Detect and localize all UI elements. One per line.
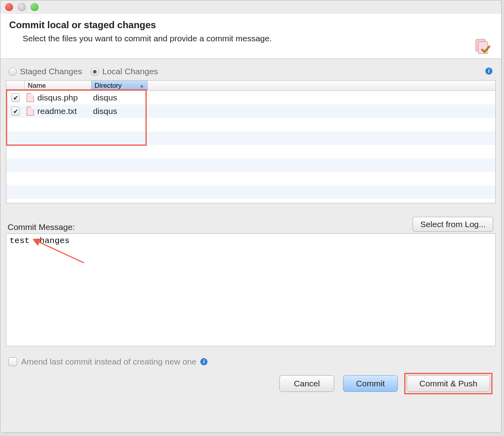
commit-and-push-button[interactable]: Commit & Push <box>407 375 490 392</box>
column-spacer <box>148 81 495 91</box>
wizard-banner-icon <box>474 39 492 56</box>
local-changes-radio[interactable] <box>91 68 99 76</box>
commit-message-input[interactable]: test changes <box>6 233 496 346</box>
window-zoom-button[interactable] <box>31 3 39 11</box>
select-from-log-button[interactable]: Select from Log... <box>413 217 493 232</box>
commit-dialog: Commit local or staged changes Select th… <box>0 0 502 433</box>
dialog-button-row: Cancel Commit Commit & Push <box>6 368 496 401</box>
file-dir: disqus <box>91 106 117 116</box>
commit-message-section: Commit Message: Select from Log... test … <box>6 217 496 348</box>
amend-checkbox[interactable] <box>8 357 17 366</box>
file-row[interactable]: ✔ disqus.php disqus <box>6 91 495 104</box>
column-directory[interactable]: Directory ▲ <box>91 81 148 91</box>
file-checkbox[interactable]: ✔ <box>11 93 20 102</box>
file-icon <box>27 93 34 102</box>
dialog-header: Commit local or staged changes Select th… <box>0 14 501 59</box>
column-checkbox[interactable] <box>6 81 25 91</box>
dialog-title: Commit local or staged changes <box>9 19 492 31</box>
staged-changes-radio[interactable] <box>8 68 17 76</box>
window-titlebar <box>0 0 501 14</box>
file-checkbox[interactable]: ✔ <box>11 107 20 116</box>
file-name: disqus.php <box>36 93 91 102</box>
changes-source-row: Staged Changes Local Changes i <box>6 64 496 80</box>
sort-ascending-icon: ▲ <box>140 83 144 89</box>
dialog-body: Staged Changes Local Changes i Name Dire… <box>0 59 501 432</box>
file-name: readme.txt <box>36 106 91 116</box>
staged-changes-label: Staged Changes <box>20 67 82 76</box>
info-icon[interactable]: i <box>485 68 492 75</box>
file-list: Name Directory ▲ ✔ disqus.php disqus ✔ <box>6 80 496 203</box>
window-close-button[interactable] <box>5 3 13 11</box>
column-name[interactable]: Name <box>25 81 91 91</box>
file-rows: ✔ disqus.php disqus ✔ readme.txt disqus <box>6 91 495 203</box>
commit-message-label: Commit Message: <box>6 222 75 232</box>
file-row[interactable]: ✔ readme.txt disqus <box>6 104 495 118</box>
info-icon[interactable]: i <box>200 358 207 365</box>
dialog-subtitle: Select the files you want to commit and … <box>9 34 492 43</box>
window-minimize-button[interactable] <box>18 3 26 11</box>
file-list-header: Name Directory ▲ <box>6 81 495 91</box>
file-icon <box>27 107 34 116</box>
amend-label: Amend last commit instead of creating ne… <box>21 357 196 367</box>
local-changes-label: Local Changes <box>102 67 158 76</box>
amend-row: Amend last commit instead of creating ne… <box>6 348 496 368</box>
cancel-button[interactable]: Cancel <box>279 375 334 392</box>
commit-button[interactable]: Commit <box>343 375 398 392</box>
file-dir: disqus <box>91 93 117 102</box>
